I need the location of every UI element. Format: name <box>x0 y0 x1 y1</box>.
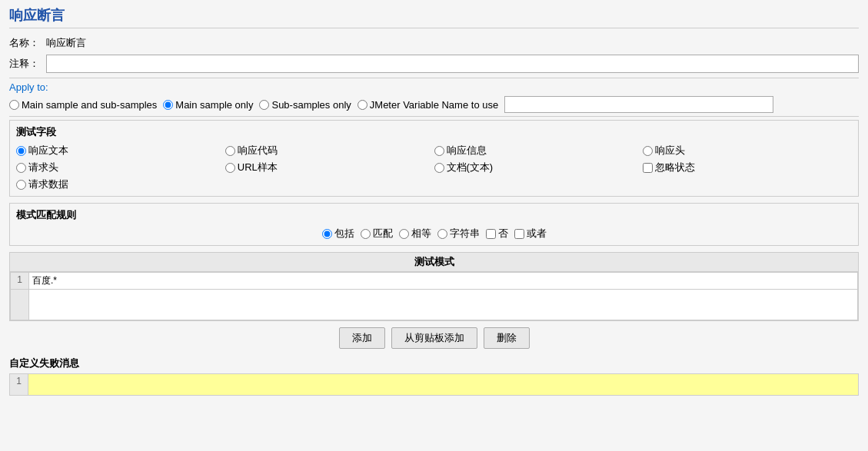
table-row: 1 百度.* <box>11 273 858 290</box>
jmeter-var-input[interactable] <box>504 96 773 113</box>
add-button[interactable]: 添加 <box>339 327 385 349</box>
label-response-info: 响应信息 <box>447 144 487 158</box>
radio-matches[interactable] <box>361 229 371 239</box>
pattern-substring[interactable]: 字符串 <box>437 227 480 240</box>
label-main-only: Main sample only <box>175 99 253 111</box>
apply-to-section: Apply to: Main sample and sub-samples Ma… <box>9 81 859 113</box>
pattern-match-title: 模式匹配规则 <box>16 208 852 222</box>
field-response-code[interactable]: 响应代码 <box>225 144 434 158</box>
field-response-info[interactable]: 响应信息 <box>434 144 644 158</box>
label-request-data: 请求数据 <box>28 177 68 191</box>
apply-main-only[interactable]: Main sample only <box>163 99 253 111</box>
page-title: 响应断言 <box>9 6 859 28</box>
field-request-header[interactable]: 请求头 <box>16 161 225 174</box>
radio-sub-only[interactable] <box>259 100 269 110</box>
pattern-match-section: 模式匹配规则 包括 匹配 相等 字符串 否 <box>9 203 859 246</box>
field-document-text[interactable]: 文档(文本) <box>434 161 644 174</box>
comment-input[interactable] <box>46 55 859 73</box>
label-sub-only: Sub-samples only <box>271 99 351 111</box>
field-response-text[interactable]: 响应文本 <box>16 144 225 158</box>
checkbox-not[interactable] <box>486 229 496 239</box>
label-matches: 匹配 <box>373 227 393 240</box>
label-main-sub: Main sample and sub-samples <box>22 99 157 111</box>
test-mode-table: 1 百度.* <box>10 272 858 320</box>
comment-label: 注释： <box>9 57 42 71</box>
label-equals: 相等 <box>411 227 431 240</box>
label-jmeter-var: JMeter Variable Name to use <box>370 99 498 111</box>
apply-to-group: Main sample and sub-samples Main sample … <box>9 96 859 113</box>
field-ignore-status[interactable]: 忽略状态 <box>643 161 852 174</box>
custom-fail-section: 自定义失败消息 1 <box>9 356 859 396</box>
custom-fail-table: 1 <box>9 373 859 396</box>
radio-response-info[interactable] <box>434 146 444 156</box>
radio-main-sub[interactable] <box>9 100 19 110</box>
fail-row-num: 1 <box>10 374 28 396</box>
label-response-header: 响应头 <box>655 144 685 158</box>
label-response-code: 响应代码 <box>238 144 278 158</box>
radio-document-text[interactable] <box>434 163 444 173</box>
label-substring: 字符串 <box>450 227 480 240</box>
row-num-empty <box>11 290 29 320</box>
pattern-or[interactable]: 或者 <box>514 227 547 240</box>
label-response-text: 响应文本 <box>28 144 68 158</box>
radio-main-only[interactable] <box>163 100 173 110</box>
pattern-not[interactable]: 否 <box>486 227 508 240</box>
table-row: 1 <box>10 374 859 396</box>
radio-response-text[interactable] <box>16 146 26 156</box>
label-not: 否 <box>498 227 508 240</box>
main-container: 响应断言 名称： 响应断言 注释： Apply to: Main sample … <box>0 0 868 451</box>
radio-response-code[interactable] <box>225 146 235 156</box>
label-url-sample: URL样本 <box>238 161 278 174</box>
label-ignore-status: 忽略状态 <box>655 161 695 174</box>
name-row: 名称： 响应断言 <box>9 36 859 50</box>
table-row <box>11 290 858 320</box>
radio-contains[interactable] <box>322 229 332 239</box>
checkbox-ignore-status[interactable] <box>643 163 653 173</box>
radio-request-header[interactable] <box>16 163 26 173</box>
label-or: 或者 <box>527 227 547 240</box>
custom-fail-title: 自定义失败消息 <box>9 356 859 370</box>
label-document-text: 文档(文本) <box>447 161 494 174</box>
field-url-sample[interactable]: URL样本 <box>225 161 434 174</box>
apply-jmeter-var[interactable]: JMeter Variable Name to use <box>358 99 498 111</box>
apply-to-label: Apply to: <box>9 81 859 93</box>
apply-main-sub[interactable]: Main sample and sub-samples <box>9 99 157 111</box>
test-mode-section: 测试模式 1 百度.* <box>9 252 859 321</box>
test-field-title: 测试字段 <box>16 125 852 139</box>
radio-response-header[interactable] <box>643 146 653 156</box>
radio-substring[interactable] <box>437 229 447 239</box>
pattern-radios-group: 包括 匹配 相等 字符串 否 或者 <box>16 227 852 240</box>
field-response-header[interactable]: 响应头 <box>643 144 852 158</box>
row-content-empty <box>29 290 858 320</box>
pattern-matches[interactable]: 匹配 <box>361 227 393 240</box>
label-contains: 包括 <box>334 227 354 240</box>
fail-content[interactable] <box>28 374 859 396</box>
button-row: 添加 从剪贴板添加 删除 <box>9 327 859 349</box>
name-value: 响应断言 <box>46 36 86 50</box>
radio-request-data[interactable] <box>16 180 26 190</box>
apply-sub-only[interactable]: Sub-samples only <box>259 99 351 111</box>
comment-row: 注释： <box>9 55 859 73</box>
test-field-section: 测试字段 响应文本 响应代码 响应信息 响应头 请求头 <box>9 120 859 197</box>
pattern-contains[interactable]: 包括 <box>322 227 354 240</box>
label-request-header: 请求头 <box>28 161 58 174</box>
radio-url-sample[interactable] <box>225 163 235 173</box>
pattern-equals[interactable]: 相等 <box>399 227 431 240</box>
row-num-1: 1 <box>11 273 29 290</box>
name-label: 名称： <box>9 36 42 50</box>
delete-button[interactable]: 删除 <box>484 327 530 349</box>
radio-equals[interactable] <box>399 229 409 239</box>
radio-jmeter-var[interactable] <box>358 100 367 110</box>
paste-button[interactable]: 从剪贴板添加 <box>391 327 477 349</box>
row-content-1: 百度.* <box>29 273 858 290</box>
test-mode-title: 测试模式 <box>10 253 858 272</box>
checkbox-or[interactable] <box>514 229 524 239</box>
field-request-data[interactable]: 请求数据 <box>16 177 225 191</box>
